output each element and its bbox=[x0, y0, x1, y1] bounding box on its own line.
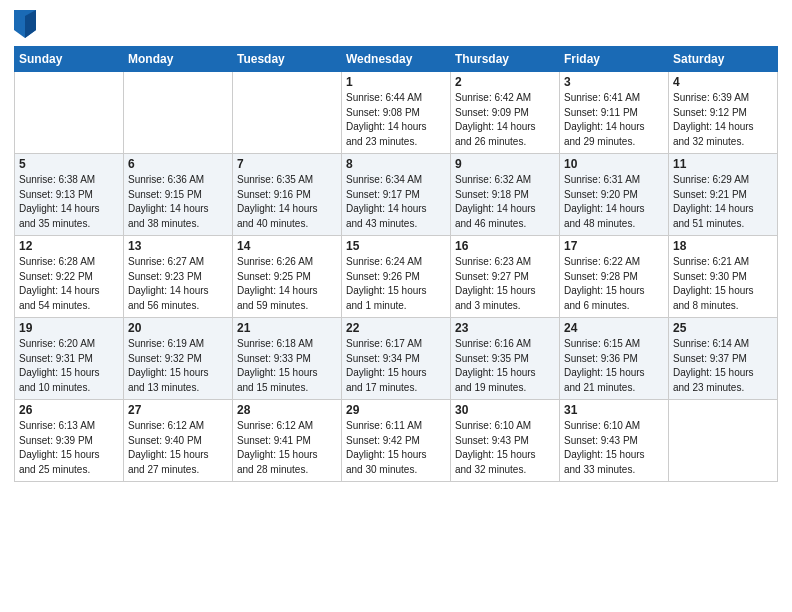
week-row-5: 26Sunrise: 6:13 AM Sunset: 9:39 PM Dayli… bbox=[15, 400, 778, 482]
calendar-cell: 9Sunrise: 6:32 AM Sunset: 9:18 PM Daylig… bbox=[451, 154, 560, 236]
day-info: Sunrise: 6:26 AM Sunset: 9:25 PM Dayligh… bbox=[237, 255, 337, 313]
day-number: 20 bbox=[128, 321, 228, 335]
day-info: Sunrise: 6:27 AM Sunset: 9:23 PM Dayligh… bbox=[128, 255, 228, 313]
day-info: Sunrise: 6:11 AM Sunset: 9:42 PM Dayligh… bbox=[346, 419, 446, 477]
calendar-cell: 30Sunrise: 6:10 AM Sunset: 9:43 PM Dayli… bbox=[451, 400, 560, 482]
day-info: Sunrise: 6:44 AM Sunset: 9:08 PM Dayligh… bbox=[346, 91, 446, 149]
day-number: 17 bbox=[564, 239, 664, 253]
day-number: 21 bbox=[237, 321, 337, 335]
day-number: 13 bbox=[128, 239, 228, 253]
calendar-cell: 11Sunrise: 6:29 AM Sunset: 9:21 PM Dayli… bbox=[669, 154, 778, 236]
day-info: Sunrise: 6:28 AM Sunset: 9:22 PM Dayligh… bbox=[19, 255, 119, 313]
calendar-cell: 27Sunrise: 6:12 AM Sunset: 9:40 PM Dayli… bbox=[124, 400, 233, 482]
calendar-cell bbox=[233, 72, 342, 154]
day-number: 22 bbox=[346, 321, 446, 335]
week-row-4: 19Sunrise: 6:20 AM Sunset: 9:31 PM Dayli… bbox=[15, 318, 778, 400]
calendar-cell bbox=[15, 72, 124, 154]
day-info: Sunrise: 6:12 AM Sunset: 9:41 PM Dayligh… bbox=[237, 419, 337, 477]
day-number: 8 bbox=[346, 157, 446, 171]
weekday-header-friday: Friday bbox=[560, 47, 669, 72]
day-info: Sunrise: 6:21 AM Sunset: 9:30 PM Dayligh… bbox=[673, 255, 773, 313]
day-info: Sunrise: 6:15 AM Sunset: 9:36 PM Dayligh… bbox=[564, 337, 664, 395]
day-info: Sunrise: 6:32 AM Sunset: 9:18 PM Dayligh… bbox=[455, 173, 555, 231]
weekday-header-monday: Monday bbox=[124, 47, 233, 72]
day-number: 14 bbox=[237, 239, 337, 253]
calendar-cell: 3Sunrise: 6:41 AM Sunset: 9:11 PM Daylig… bbox=[560, 72, 669, 154]
day-number: 31 bbox=[564, 403, 664, 417]
weekday-header-thursday: Thursday bbox=[451, 47, 560, 72]
calendar-cell: 14Sunrise: 6:26 AM Sunset: 9:25 PM Dayli… bbox=[233, 236, 342, 318]
day-number: 3 bbox=[564, 75, 664, 89]
logo bbox=[14, 10, 40, 38]
day-number: 15 bbox=[346, 239, 446, 253]
day-number: 23 bbox=[455, 321, 555, 335]
calendar-cell: 21Sunrise: 6:18 AM Sunset: 9:33 PM Dayli… bbox=[233, 318, 342, 400]
day-info: Sunrise: 6:23 AM Sunset: 9:27 PM Dayligh… bbox=[455, 255, 555, 313]
calendar-cell: 22Sunrise: 6:17 AM Sunset: 9:34 PM Dayli… bbox=[342, 318, 451, 400]
calendar-cell bbox=[124, 72, 233, 154]
day-number: 25 bbox=[673, 321, 773, 335]
calendar-cell: 23Sunrise: 6:16 AM Sunset: 9:35 PM Dayli… bbox=[451, 318, 560, 400]
day-info: Sunrise: 6:14 AM Sunset: 9:37 PM Dayligh… bbox=[673, 337, 773, 395]
weekday-header-tuesday: Tuesday bbox=[233, 47, 342, 72]
day-info: Sunrise: 6:24 AM Sunset: 9:26 PM Dayligh… bbox=[346, 255, 446, 313]
logo-icon bbox=[14, 10, 36, 38]
day-number: 11 bbox=[673, 157, 773, 171]
day-info: Sunrise: 6:39 AM Sunset: 9:12 PM Dayligh… bbox=[673, 91, 773, 149]
day-info: Sunrise: 6:35 AM Sunset: 9:16 PM Dayligh… bbox=[237, 173, 337, 231]
week-row-1: 1Sunrise: 6:44 AM Sunset: 9:08 PM Daylig… bbox=[15, 72, 778, 154]
day-number: 26 bbox=[19, 403, 119, 417]
calendar-cell: 16Sunrise: 6:23 AM Sunset: 9:27 PM Dayli… bbox=[451, 236, 560, 318]
day-number: 24 bbox=[564, 321, 664, 335]
calendar-cell: 10Sunrise: 6:31 AM Sunset: 9:20 PM Dayli… bbox=[560, 154, 669, 236]
calendar-cell: 7Sunrise: 6:35 AM Sunset: 9:16 PM Daylig… bbox=[233, 154, 342, 236]
calendar-cell: 12Sunrise: 6:28 AM Sunset: 9:22 PM Dayli… bbox=[15, 236, 124, 318]
day-number: 2 bbox=[455, 75, 555, 89]
calendar-cell: 2Sunrise: 6:42 AM Sunset: 9:09 PM Daylig… bbox=[451, 72, 560, 154]
day-info: Sunrise: 6:36 AM Sunset: 9:15 PM Dayligh… bbox=[128, 173, 228, 231]
day-number: 4 bbox=[673, 75, 773, 89]
weekday-header-sunday: Sunday bbox=[15, 47, 124, 72]
day-number: 19 bbox=[19, 321, 119, 335]
day-number: 9 bbox=[455, 157, 555, 171]
day-info: Sunrise: 6:10 AM Sunset: 9:43 PM Dayligh… bbox=[564, 419, 664, 477]
week-row-2: 5Sunrise: 6:38 AM Sunset: 9:13 PM Daylig… bbox=[15, 154, 778, 236]
page: SundayMondayTuesdayWednesdayThursdayFrid… bbox=[0, 0, 792, 612]
day-number: 10 bbox=[564, 157, 664, 171]
day-number: 12 bbox=[19, 239, 119, 253]
calendar-cell: 8Sunrise: 6:34 AM Sunset: 9:17 PM Daylig… bbox=[342, 154, 451, 236]
calendar-cell: 6Sunrise: 6:36 AM Sunset: 9:15 PM Daylig… bbox=[124, 154, 233, 236]
day-number: 5 bbox=[19, 157, 119, 171]
calendar-cell: 29Sunrise: 6:11 AM Sunset: 9:42 PM Dayli… bbox=[342, 400, 451, 482]
weekday-header-row: SundayMondayTuesdayWednesdayThursdayFrid… bbox=[15, 47, 778, 72]
calendar-cell: 17Sunrise: 6:22 AM Sunset: 9:28 PM Dayli… bbox=[560, 236, 669, 318]
day-number: 6 bbox=[128, 157, 228, 171]
weekday-header-wednesday: Wednesday bbox=[342, 47, 451, 72]
calendar-cell: 5Sunrise: 6:38 AM Sunset: 9:13 PM Daylig… bbox=[15, 154, 124, 236]
day-number: 18 bbox=[673, 239, 773, 253]
calendar-cell: 26Sunrise: 6:13 AM Sunset: 9:39 PM Dayli… bbox=[15, 400, 124, 482]
calendar-cell: 20Sunrise: 6:19 AM Sunset: 9:32 PM Dayli… bbox=[124, 318, 233, 400]
calendar-cell: 24Sunrise: 6:15 AM Sunset: 9:36 PM Dayli… bbox=[560, 318, 669, 400]
day-info: Sunrise: 6:29 AM Sunset: 9:21 PM Dayligh… bbox=[673, 173, 773, 231]
calendar-cell: 4Sunrise: 6:39 AM Sunset: 9:12 PM Daylig… bbox=[669, 72, 778, 154]
calendar-cell: 18Sunrise: 6:21 AM Sunset: 9:30 PM Dayli… bbox=[669, 236, 778, 318]
day-info: Sunrise: 6:18 AM Sunset: 9:33 PM Dayligh… bbox=[237, 337, 337, 395]
weekday-header-saturday: Saturday bbox=[669, 47, 778, 72]
day-number: 1 bbox=[346, 75, 446, 89]
calendar-cell: 15Sunrise: 6:24 AM Sunset: 9:26 PM Dayli… bbox=[342, 236, 451, 318]
day-info: Sunrise: 6:17 AM Sunset: 9:34 PM Dayligh… bbox=[346, 337, 446, 395]
calendar-cell bbox=[669, 400, 778, 482]
day-info: Sunrise: 6:34 AM Sunset: 9:17 PM Dayligh… bbox=[346, 173, 446, 231]
day-number: 7 bbox=[237, 157, 337, 171]
day-number: 27 bbox=[128, 403, 228, 417]
day-info: Sunrise: 6:12 AM Sunset: 9:40 PM Dayligh… bbox=[128, 419, 228, 477]
week-row-3: 12Sunrise: 6:28 AM Sunset: 9:22 PM Dayli… bbox=[15, 236, 778, 318]
day-number: 29 bbox=[346, 403, 446, 417]
header bbox=[14, 10, 778, 38]
calendar-cell: 31Sunrise: 6:10 AM Sunset: 9:43 PM Dayli… bbox=[560, 400, 669, 482]
day-info: Sunrise: 6:10 AM Sunset: 9:43 PM Dayligh… bbox=[455, 419, 555, 477]
day-info: Sunrise: 6:38 AM Sunset: 9:13 PM Dayligh… bbox=[19, 173, 119, 231]
calendar-cell: 28Sunrise: 6:12 AM Sunset: 9:41 PM Dayli… bbox=[233, 400, 342, 482]
day-info: Sunrise: 6:41 AM Sunset: 9:11 PM Dayligh… bbox=[564, 91, 664, 149]
